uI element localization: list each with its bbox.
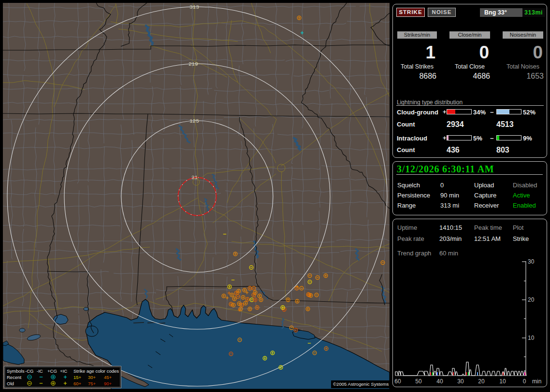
svg-text:min: min xyxy=(532,378,541,385)
svg-text:10: 10 xyxy=(499,378,506,385)
svg-text:30: 30 xyxy=(457,378,464,385)
svg-text:0: 0 xyxy=(523,378,526,385)
svg-text:10: 10 xyxy=(528,335,535,341)
svg-text:60: 60 xyxy=(394,378,401,385)
svg-text:40: 40 xyxy=(436,378,443,385)
svg-text:50: 50 xyxy=(415,378,422,385)
svg-text:20: 20 xyxy=(478,378,485,385)
svg-text:30: 30 xyxy=(528,258,535,265)
svg-text:20: 20 xyxy=(528,296,535,303)
